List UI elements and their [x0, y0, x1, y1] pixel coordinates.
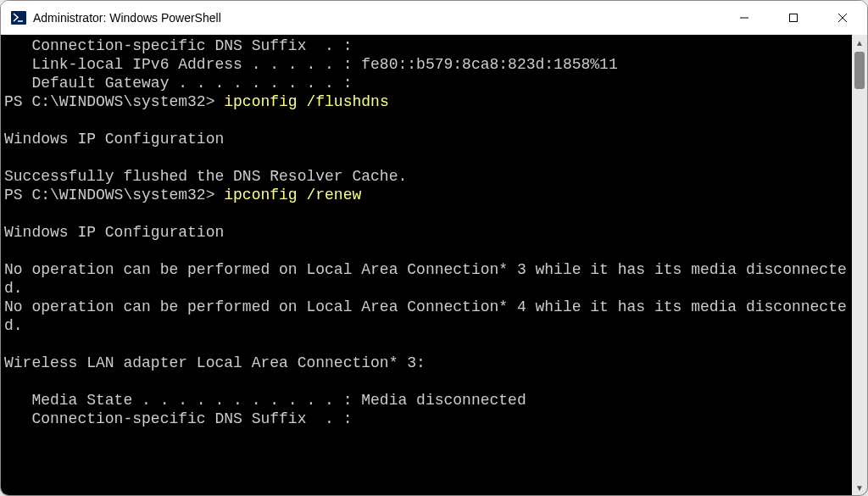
window-controls — [720, 1, 867, 35]
output-line: Windows IP Configuration — [4, 131, 224, 148]
output-line: Connection-specific DNS Suffix . : — [4, 37, 352, 54]
output-line: Default Gateway . . . . . . . . . : — [4, 75, 352, 92]
output-line: Link-local IPv6 Address . . . . . : fe80… — [4, 56, 618, 73]
output-line: Media State . . . . . . . . . . . : Medi… — [4, 392, 526, 409]
command-text: ipconfig /flushdns — [224, 93, 388, 110]
powershell-icon — [11, 10, 26, 25]
scroll-down-arrow-icon[interactable]: ▼ — [852, 480, 867, 495]
output-line: Wireless LAN adapter Local Area Connecti… — [4, 354, 426, 371]
output-line: Successfully flushed the DNS Resolver Ca… — [4, 168, 407, 185]
svg-rect-0 — [11, 11, 26, 25]
prompt: PS C:\WINDOWS\system32> — [4, 93, 224, 110]
window-title: Administrator: Windows PowerShell — [33, 11, 221, 25]
maximize-button[interactable] — [769, 1, 818, 35]
svg-rect-2 — [790, 14, 798, 22]
command-text: ipconfig /renew — [224, 187, 361, 203]
output-line: No operation can be performed on Local A… — [4, 298, 847, 334]
output-line: Windows IP Configuration — [4, 224, 224, 241]
scroll-up-arrow-icon[interactable]: ▲ — [852, 35, 867, 50]
scroll-track[interactable] — [852, 50, 867, 480]
output-line: Connection-specific DNS Suffix . : — [4, 410, 352, 427]
terminal-output[interactable]: Connection-specific DNS Suffix . : Link-… — [1, 35, 852, 495]
output-line: No operation can be performed on Local A… — [4, 261, 847, 297]
prompt: PS C:\WINDOWS\system32> — [4, 187, 224, 203]
powershell-window: Administrator: Windows PowerShell Connec… — [0, 0, 868, 496]
close-button[interactable] — [818, 1, 867, 35]
titlebar[interactable]: Administrator: Windows PowerShell — [1, 1, 867, 35]
terminal-area: Connection-specific DNS Suffix . : Link-… — [1, 35, 867, 495]
scroll-thumb[interactable] — [854, 52, 865, 89]
vertical-scrollbar[interactable]: ▲ ▼ — [852, 35, 867, 495]
minimize-button[interactable] — [720, 1, 769, 35]
